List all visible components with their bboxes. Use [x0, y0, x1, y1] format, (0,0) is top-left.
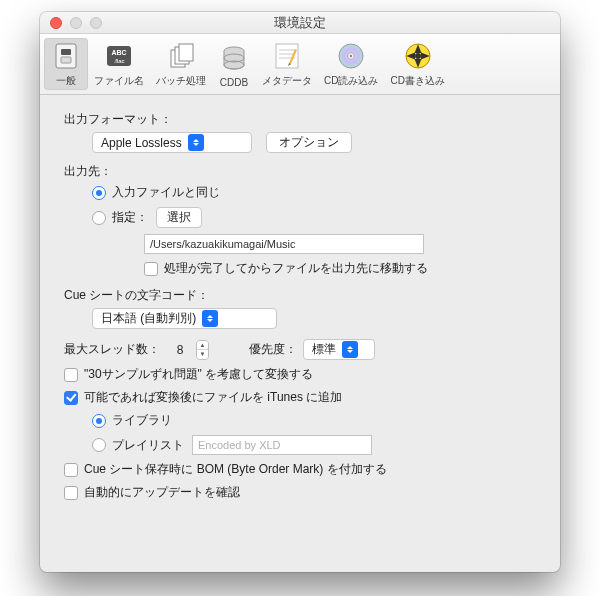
tab-general[interactable]: 一般	[44, 38, 88, 90]
tab-cddb[interactable]: CDDB	[212, 41, 256, 90]
playlist-name-field[interactable]: Encoded by XLD	[192, 435, 372, 455]
threads-stepper[interactable]: ▲▼	[196, 340, 209, 360]
flac-icon: ABC.flac	[103, 40, 135, 72]
check-add-itunes[interactable]	[64, 391, 78, 405]
content-pane: 出力フォーマット： Apple Lossless オプション 出力先： 入力ファ…	[40, 95, 560, 517]
svg-point-18	[350, 55, 352, 57]
check-move-after-label: 処理が完了してからファイルを出力先に移動する	[164, 260, 428, 277]
check-30-sample[interactable]	[64, 368, 78, 382]
zoom-button[interactable]	[90, 17, 102, 29]
chevron-updown-icon	[188, 134, 204, 151]
check-30-sample-label: "30サンプルずれ問題" を考慮して変換する	[84, 366, 313, 383]
svg-rect-1	[61, 49, 71, 55]
tab-metadata[interactable]: メタデータ	[256, 38, 318, 90]
radio-specify[interactable]	[92, 211, 106, 225]
svg-rect-2	[61, 57, 71, 63]
check-add-itunes-label: 可能であれば変換後にファイルを iTunes に追加	[84, 389, 342, 406]
svg-point-20	[415, 53, 421, 59]
cue-encoding-select[interactable]: 日本語 (自動判別)	[92, 308, 277, 329]
check-move-after[interactable]	[144, 262, 158, 276]
destination-path-field[interactable]: /Users/kazuakikumagai/Music	[144, 234, 424, 254]
svg-text:ABC: ABC	[111, 49, 126, 56]
cue-encoding-label: Cue シートの文字コード：	[64, 287, 536, 304]
option-button[interactable]: オプション	[266, 132, 352, 153]
check-auto-update[interactable]	[64, 486, 78, 500]
cd-icon	[335, 40, 367, 72]
check-bom[interactable]	[64, 463, 78, 477]
chevron-updown-icon	[342, 341, 358, 358]
radio-specify-label: 指定：	[112, 209, 148, 226]
edit-icon	[271, 40, 303, 72]
window-title: 環境設定	[40, 14, 560, 32]
tab-batch[interactable]: バッチ処理	[150, 38, 212, 90]
radio-playlist-label: プレイリスト	[112, 437, 184, 454]
output-format-label: 出力フォーマット：	[64, 111, 536, 128]
documents-icon	[165, 40, 197, 72]
radio-same-as-input-label: 入力ファイルと同じ	[112, 184, 220, 201]
toolbar: 一般 ABC.flac ファイル名 バッチ処理 CDDB メタデータ	[40, 34, 560, 95]
max-threads-label: 最大スレッド数：	[64, 341, 160, 358]
tab-cd-read[interactable]: CD読み込み	[318, 38, 384, 90]
minimize-button[interactable]	[70, 17, 82, 29]
chevron-up-icon: ▲	[197, 341, 208, 351]
choose-button[interactable]: 選択	[156, 207, 202, 228]
radio-same-as-input[interactable]	[92, 186, 106, 200]
database-icon	[218, 43, 250, 75]
window-controls	[40, 17, 102, 29]
check-bom-label: Cue シート保存時に BOM (Byte Order Mark) を付加する	[84, 461, 387, 478]
check-auto-update-label: 自動的にアップデートを確認	[84, 484, 240, 501]
preferences-window: 環境設定 一般 ABC.flac ファイル名 バッチ処理 CDDB	[40, 12, 560, 572]
chevron-down-icon: ▼	[197, 350, 208, 359]
tab-filename[interactable]: ABC.flac ファイル名	[88, 38, 150, 90]
tab-cd-write[interactable]: CD書き込み	[384, 38, 450, 90]
svg-rect-0	[56, 44, 76, 68]
priority-label: 優先度：	[249, 341, 297, 358]
radio-playlist[interactable]	[92, 438, 106, 452]
titlebar: 環境設定	[40, 12, 560, 34]
close-button[interactable]	[50, 17, 62, 29]
burn-icon	[402, 40, 434, 72]
output-format-select[interactable]: Apple Lossless	[92, 132, 252, 153]
destination-label: 出力先：	[64, 163, 536, 180]
svg-rect-8	[179, 44, 193, 61]
max-threads-value: 8	[170, 343, 190, 357]
radio-library[interactable]	[92, 414, 106, 428]
svg-rect-12	[276, 44, 298, 68]
priority-select[interactable]: 標準	[303, 339, 375, 360]
svg-text:.flac: .flac	[113, 58, 124, 64]
radio-library-label: ライブラリ	[112, 412, 172, 429]
switch-icon	[50, 40, 82, 72]
chevron-updown-icon	[202, 310, 218, 327]
